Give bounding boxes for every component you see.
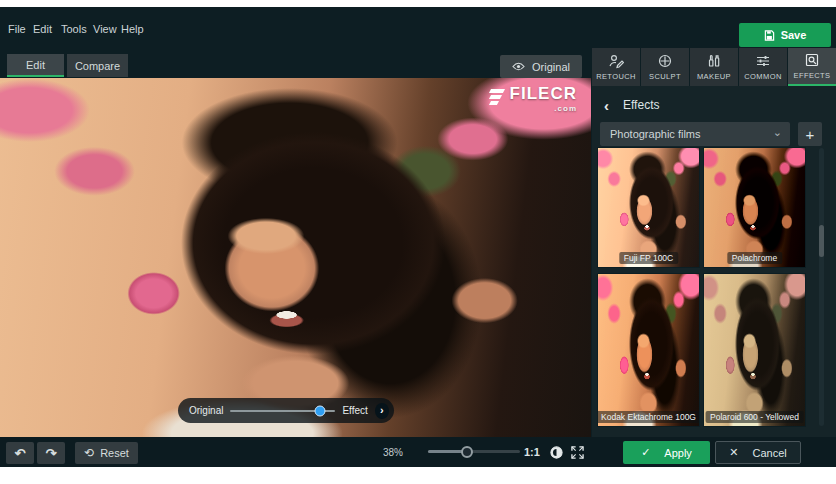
effect-thumbnail-image — [598, 274, 699, 426]
fullscreen-icon[interactable] — [570, 445, 585, 460]
original-label: Original — [532, 61, 570, 73]
menu-view[interactable]: View — [93, 23, 117, 35]
effect-thumbnail-label: Kodak Ektachrome 100G — [597, 411, 700, 423]
effect-thumbnail-image — [598, 148, 699, 267]
tab-effects[interactable]: EFFECTS — [788, 48, 836, 86]
cancel-label: Cancel — [752, 447, 786, 459]
effect-thumbnail-image — [704, 148, 805, 267]
retouch-icon — [608, 53, 624, 69]
effect-thumbnail-polachrome[interactable]: Polachrome — [703, 147, 806, 268]
sculpt-icon — [657, 53, 673, 69]
tab-effects-label: EFFECTS — [794, 71, 831, 80]
tab-common[interactable]: COMMON — [739, 48, 787, 86]
watermark-text: FILECR .com — [510, 86, 577, 116]
tab-compare[interactable]: Compare — [67, 54, 128, 77]
watermark: FILECR .com — [490, 86, 577, 116]
close-icon: ✕ — [729, 446, 738, 459]
watermark-tld: .com — [510, 101, 577, 116]
panel-scrollbar[interactable] — [819, 148, 824, 426]
panel-title: Effects — [623, 98, 659, 112]
effects-panel: RETOUCH SCULPT MAKEUP — [592, 48, 836, 437]
app-window: File Edit Tools View Help Save Edit Comp… — [0, 7, 836, 467]
tab-sculpt-label: SCULPT — [649, 72, 681, 81]
chevron-right-circle-icon[interactable]: › — [375, 403, 389, 419]
fit-to-screen-icon[interactable] — [549, 445, 564, 460]
original-toggle-button[interactable]: Original — [500, 55, 582, 78]
blend-original-label: Original — [189, 405, 223, 416]
actual-size-button[interactable]: 1:1 — [524, 437, 540, 467]
tab-edit[interactable]: Edit — [7, 54, 64, 77]
reset-icon: ⟲ — [84, 446, 94, 460]
effect-thumbnail-polaroid[interactable]: Polaroid 600 - Yellowed — [703, 273, 806, 427]
floppy-icon — [764, 30, 775, 41]
menu-tools[interactable]: Tools — [61, 23, 87, 35]
tab-sculpt[interactable]: SCULPT — [641, 48, 689, 86]
blend-slider-track[interactable] — [230, 410, 335, 412]
redo-button[interactable]: ↷ — [37, 442, 65, 464]
tab-makeup[interactable]: MAKEUP — [690, 48, 738, 86]
save-label: Save — [781, 29, 807, 41]
save-button[interactable]: Save — [739, 23, 831, 47]
tab-retouch-label: RETOUCH — [596, 72, 636, 81]
bottom-toolbar: ↶ ↷ ⟲ Reset 38% 1:1 ✓ Appl — [0, 437, 836, 467]
panel-tab-bar: RETOUCH SCULPT MAKEUP — [592, 48, 836, 86]
zoom-percent: 38% — [383, 437, 403, 467]
category-dropdown[interactable]: Photographic films ⌄ — [600, 122, 790, 146]
cancel-button[interactable]: ✕ Cancel — [715, 441, 801, 464]
menu-help[interactable]: Help — [121, 23, 144, 35]
apply-button[interactable]: ✓ Apply — [623, 441, 710, 464]
photo-canvas: FILECR .com Original Effect › — [0, 78, 591, 437]
tab-makeup-label: MAKEUP — [697, 72, 731, 81]
zoom-slider[interactable] — [428, 450, 520, 453]
effect-thumbnail-kodak[interactable]: Kodak Ektachrome 100G — [597, 273, 700, 427]
panel-scrollbar-thumb[interactable] — [819, 225, 824, 257]
effect-thumbnail-image — [704, 274, 805, 426]
blend-effect-label: Effect — [342, 405, 367, 416]
effect-thumbnail-label: Polachrome — [727, 252, 782, 264]
page: File Edit Tools View Help Save Edit Comp… — [0, 0, 836, 484]
effects-icon — [804, 52, 820, 68]
chevron-down-icon: ⌄ — [773, 126, 782, 139]
common-sliders-icon — [755, 53, 771, 69]
reset-label: Reset — [100, 447, 129, 459]
effect-thumbnail-label: Fuji FP 100C — [619, 252, 678, 264]
back-chevron-icon[interactable]: ‹ — [604, 98, 609, 113]
redo-icon: ↷ — [46, 446, 57, 461]
tab-common-label: COMMON — [744, 72, 781, 81]
photo-preview — [0, 78, 591, 437]
menu-bar: File Edit Tools View Help Save — [0, 7, 836, 47]
add-preset-button[interactable]: + — [798, 122, 822, 146]
check-icon: ✓ — [641, 446, 650, 459]
effect-thumbnail-label: Polaroid 600 - Yellowed — [705, 411, 804, 423]
makeup-icon — [706, 53, 722, 69]
menu-edit[interactable]: Edit — [33, 23, 52, 35]
panel-header: ‹ Effects — [592, 93, 836, 117]
before-after-slider: Original Effect › — [178, 398, 394, 423]
filecr-logo-icon — [490, 86, 504, 105]
menu-file[interactable]: File — [8, 23, 26, 35]
category-dropdown-value: Photographic films — [610, 128, 701, 140]
zoom-slider-knob[interactable] — [461, 446, 473, 458]
apply-label: Apply — [664, 447, 692, 459]
undo-icon: ↶ — [15, 446, 26, 461]
reset-button[interactable]: ⟲ Reset — [75, 442, 138, 464]
tab-retouch[interactable]: RETOUCH — [592, 48, 640, 86]
undo-button[interactable]: ↶ — [6, 442, 34, 464]
effect-thumbnail-fuji[interactable]: Fuji FP 100C — [597, 147, 700, 268]
eye-icon — [512, 62, 525, 71]
blend-slider-knob[interactable] — [314, 405, 325, 416]
